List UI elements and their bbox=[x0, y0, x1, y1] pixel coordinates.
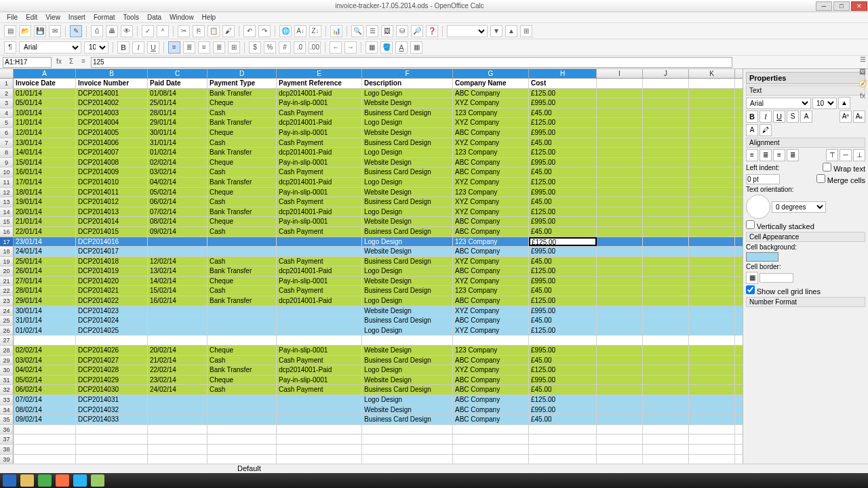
row-header[interactable]: 17 bbox=[0, 237, 14, 247]
cell[interactable]: 123 Company bbox=[453, 237, 529, 247]
cell[interactable]: 15/01/14 bbox=[14, 158, 76, 167]
header-cell[interactable]: Invoice Number bbox=[76, 79, 148, 88]
cell[interactable]: Cash bbox=[208, 356, 277, 365]
row-header[interactable]: 14 bbox=[0, 207, 14, 217]
cell[interactable] bbox=[208, 316, 277, 325]
cell[interactable]: Pay-in-slip-0001 bbox=[277, 277, 362, 286]
row-header[interactable]: 39 bbox=[0, 455, 14, 464]
row-header[interactable]: 7 bbox=[0, 138, 14, 148]
cell-reference-input[interactable] bbox=[3, 57, 52, 68]
wrap-text-checkbox[interactable] bbox=[823, 163, 831, 171]
cell[interactable]: 01/02/14 bbox=[148, 148, 208, 157]
cell[interactable] bbox=[208, 425, 277, 434]
sb-valign-bot-icon[interactable]: ⊥ bbox=[853, 149, 865, 161]
function-wizard-icon[interactable]: fx bbox=[54, 58, 64, 67]
cell[interactable]: 25/01/14 bbox=[14, 257, 76, 266]
cell[interactable]: DCP2014031 bbox=[76, 395, 148, 405]
cell[interactable]: Business Card Design bbox=[362, 356, 453, 365]
cell[interactable] bbox=[453, 425, 529, 434]
cell[interactable]: DCP2014010 bbox=[76, 178, 148, 187]
table-row[interactable]: 2430/01/14DCP2014023Website DesignXYZ Co… bbox=[0, 306, 743, 317]
cell[interactable] bbox=[76, 455, 148, 464]
cell[interactable] bbox=[277, 395, 362, 405]
column-headers[interactable]: ABCDEFGHIJK bbox=[0, 69, 743, 79]
row-header[interactable]: 27 bbox=[0, 336, 14, 345]
table-row[interactable]: 2127/01/14DCP201402014/02/14ChequePay-in… bbox=[0, 277, 743, 287]
cell[interactable]: 05/02/14 bbox=[14, 375, 76, 385]
cell[interactable]: 24/02/14 bbox=[148, 385, 208, 394]
cell[interactable]: DCP2014025 bbox=[76, 326, 148, 336]
cell[interactable] bbox=[529, 434, 597, 444]
cell[interactable]: DCP2014009 bbox=[76, 167, 148, 177]
cell[interactable]: ABC Company bbox=[453, 405, 529, 415]
cell[interactable] bbox=[208, 326, 277, 336]
cell[interactable]: DCP2014006 bbox=[76, 138, 148, 148]
cell[interactable]: Website Design bbox=[362, 247, 453, 256]
cell[interactable] bbox=[529, 455, 597, 464]
sidebar-tab-gallery-icon[interactable]: 🖼 bbox=[859, 68, 867, 77]
cell[interactable]: Business Card Design bbox=[362, 385, 453, 394]
cell[interactable]: 03/02/14 bbox=[148, 167, 208, 177]
cell[interactable]: dcp2014001-Paid bbox=[277, 365, 362, 375]
zoom-icon[interactable]: 🔎 bbox=[411, 25, 423, 37]
row-header[interactable]: 37 bbox=[0, 434, 14, 444]
cell[interactable]: 11/01/14 bbox=[14, 118, 76, 127]
cell[interactable]: 123 Company bbox=[453, 148, 529, 157]
table-row[interactable]: 2026/01/14DCP201401913/02/14Bank Transfe… bbox=[0, 266, 743, 277]
cell[interactable]: ABC Company bbox=[453, 356, 529, 365]
row-header[interactable]: 36 bbox=[0, 425, 14, 434]
cell[interactable]: ABC Company bbox=[453, 227, 529, 237]
cell-appearance-section[interactable]: Cell Appearance bbox=[746, 232, 865, 242]
cell[interactable]: £995.00 bbox=[529, 405, 597, 415]
cell[interactable]: ABC Company bbox=[453, 167, 529, 177]
sidebar-tab-functions-icon[interactable]: fx bbox=[859, 92, 867, 102]
align-right-icon[interactable]: ≡ bbox=[198, 41, 210, 54]
row-header[interactable]: 30 bbox=[0, 365, 14, 375]
cell[interactable]: £45.00 bbox=[529, 167, 597, 177]
cell[interactable]: Business Card Design bbox=[362, 167, 453, 177]
borders-icon[interactable]: ▦ bbox=[366, 41, 378, 54]
cell[interactable]: £45.00 bbox=[529, 197, 597, 207]
sb-italic-icon[interactable]: I bbox=[760, 110, 772, 123]
header-cell[interactable]: Description bbox=[362, 79, 453, 88]
cell[interactable]: 15/02/14 bbox=[148, 286, 208, 296]
cell[interactable]: Logo Design bbox=[362, 237, 453, 247]
hyperlink-icon[interactable]: 🌐 bbox=[279, 25, 292, 37]
cell[interactable] bbox=[148, 326, 208, 336]
new-icon[interactable]: ▤ bbox=[4, 25, 16, 37]
find-all-icon[interactable]: ⊞ bbox=[520, 25, 532, 37]
cell[interactable]: DCP2014020 bbox=[76, 277, 148, 286]
cell[interactable] bbox=[76, 445, 148, 454]
table-row[interactable]: 36 bbox=[0, 425, 743, 435]
cell[interactable] bbox=[148, 237, 208, 247]
italic-icon[interactable]: I bbox=[132, 41, 144, 54]
show-grid-checkbox[interactable] bbox=[746, 285, 755, 294]
table-row[interactable]: 713/01/14DCP201400631/01/14CashCash Paym… bbox=[0, 138, 743, 148]
table-row[interactable]: 2329/01/14DCP201402216/02/14Bank Transfe… bbox=[0, 296, 743, 306]
sb-fontcolor-icon[interactable]: A bbox=[746, 124, 758, 136]
cell[interactable]: Cash Payment bbox=[277, 108, 362, 118]
cell[interactable] bbox=[76, 336, 148, 345]
paintbrush-icon[interactable]: 🖌 bbox=[222, 25, 235, 37]
border-style-icon[interactable]: ▦ bbox=[746, 272, 758, 284]
cell[interactable] bbox=[76, 434, 148, 444]
cell[interactable]: 123 Company bbox=[453, 188, 529, 197]
cell[interactable]: Logo Design bbox=[362, 148, 453, 157]
cell[interactable]: Cash Payment bbox=[277, 138, 362, 148]
menu-insert[interactable]: Insert bbox=[64, 12, 90, 22]
cell[interactable] bbox=[277, 336, 362, 345]
cell[interactable]: Business Card Design bbox=[362, 286, 453, 296]
cell[interactable] bbox=[277, 237, 362, 247]
cell[interactable] bbox=[453, 336, 529, 345]
cell[interactable]: DCP2014023 bbox=[76, 306, 148, 316]
cell[interactable]: Cheque bbox=[208, 375, 277, 385]
cell[interactable]: 31/01/14 bbox=[14, 316, 76, 325]
cell[interactable] bbox=[14, 425, 76, 434]
row-header[interactable]: 32 bbox=[0, 385, 14, 394]
cell[interactable]: Pay-in-slip-0001 bbox=[277, 346, 362, 355]
email-icon[interactable]: ✉ bbox=[49, 25, 61, 37]
cell[interactable]: DCP2014017 bbox=[76, 247, 148, 256]
cell[interactable] bbox=[277, 326, 362, 336]
cell[interactable] bbox=[277, 415, 362, 424]
cell[interactable]: 22/01/14 bbox=[14, 227, 76, 237]
